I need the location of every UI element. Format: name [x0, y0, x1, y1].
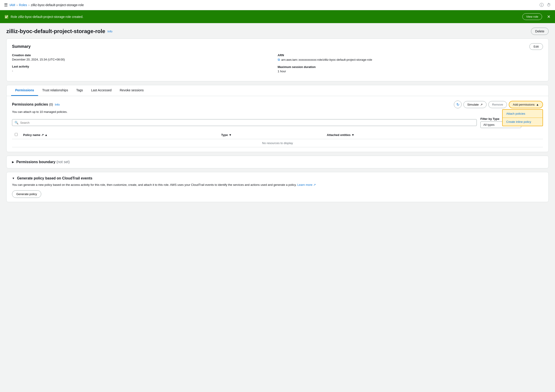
view-role-button[interactable]: View role: [522, 13, 542, 20]
attached-header-label: Attached entities: [327, 133, 351, 137]
tabs-container: Permissions Trust relationships Tags Las…: [6, 85, 549, 152]
search-icon: 🔍: [15, 121, 18, 124]
last-activity-label: Last activity: [12, 65, 278, 68]
summary-card-header: Summary Edit: [12, 43, 543, 50]
simulate-label: Simulate: [467, 103, 479, 106]
top-nav: ☰ IAM › Roles › zilliz-byoc-default-proj…: [0, 0, 555, 10]
section-header: Permissions policies (0) Info ↻ Simulate…: [12, 101, 543, 108]
breadcrumb-separator-2: ›: [28, 3, 29, 7]
sort-type-icon: ▼: [229, 133, 232, 137]
th-attached-entities: Attached entities ▼: [324, 131, 543, 139]
section-actions: ↻ Simulate ↗ Remove Add permissions ▲ At…: [454, 101, 543, 108]
permissions-policies-section: Permissions policies (0) Info ↻ Simulate…: [7, 96, 548, 152]
summary-grid: Creation date December 20, 2024, 15:34 (…: [12, 53, 543, 77]
summary-title: Summary: [12, 44, 31, 49]
not-set-label: (not set): [57, 160, 70, 164]
creation-date-value: December 20, 2024, 15:34 (UTC+08:00): [12, 58, 278, 61]
tab-trust-relationships[interactable]: Trust relationships: [38, 85, 72, 96]
create-inline-policy-item[interactable]: Create inline policy: [503, 118, 542, 126]
add-permissions-wrapper: Add permissions ▲ Attach policies Create…: [509, 101, 543, 108]
banner-message: Role zilliz-byoc-default-project-storage…: [11, 15, 520, 19]
delete-button[interactable]: Delete: [531, 28, 549, 35]
tabs-bar: Permissions Trust relationships Tags Las…: [7, 85, 548, 96]
learn-more-external-icon: ↗: [313, 183, 316, 186]
add-permissions-button[interactable]: Add permissions ▲: [509, 101, 543, 108]
arn-label: ARN: [278, 53, 543, 57]
breadcrumb-separator-1: ›: [16, 3, 18, 7]
generate-collapse-icon: ▼: [12, 177, 15, 180]
last-activity-field: Last activity -: [12, 65, 278, 72]
breadcrumb-iam[interactable]: IAM: [9, 3, 15, 7]
arn-value: ⧉ arn:aws:iam::xxxxxxxxxxxx:role/zilliz-…: [278, 58, 543, 62]
success-check-icon: ✅: [5, 15, 8, 19]
breadcrumb: IAM › Roles › zilliz-byoc-default-projec…: [9, 3, 84, 7]
th-type: Type ▼: [219, 131, 324, 139]
permissions-boundary-header: ▶ Permissions boundary (not set): [12, 160, 543, 164]
attach-policies-item[interactable]: Attach policies: [503, 110, 542, 118]
edit-button[interactable]: Edit: [529, 43, 543, 50]
table-head: Policy name ↗ ▲ Type ▼: [12, 131, 543, 139]
th-attached-sort[interactable]: Attached entities ▼: [327, 133, 540, 137]
generate-policy-desc: You can generate a new policy based on t…: [12, 183, 543, 187]
creation-date-label: Creation date: [12, 53, 278, 57]
select-all-checkbox[interactable]: [15, 133, 18, 136]
table-body: No resources to display: [12, 139, 543, 147]
tab-revoke-sessions[interactable]: Revoke sessions: [116, 85, 148, 96]
type-header-label: Type: [221, 133, 228, 137]
th-policy-name-sort[interactable]: Policy name ↗ ▲: [23, 133, 216, 137]
filter-controls: 🔍 Filter by Type All types ▼ ‹ 1 › ⚙: [12, 117, 543, 128]
refresh-button[interactable]: ↻: [454, 101, 462, 108]
sort-attached-icon: ▼: [351, 133, 354, 137]
nav-icons: ⓘ ⏱: [540, 2, 551, 8]
table-header-row: Policy name ↗ ▲ Type ▼: [12, 131, 543, 139]
max-session-field: Maximum session duration 1 hour: [278, 65, 543, 73]
breadcrumb-roles[interactable]: Roles: [19, 3, 27, 7]
main-content: zilliz-byoc-default-project-storage-role…: [0, 23, 555, 392]
clock-nav-icon[interactable]: ⏱: [547, 3, 551, 7]
th-checkbox: [12, 131, 20, 139]
permissions-boundary-card[interactable]: ▶ Permissions boundary (not set): [6, 156, 549, 168]
tab-tags[interactable]: Tags: [72, 85, 87, 96]
generate-policy-title: Generate policy based on CloudTrail even…: [17, 176, 93, 180]
page-title-area: zilliz-byoc-default-project-storage-role…: [6, 28, 112, 35]
remove-button[interactable]: Remove: [488, 101, 507, 108]
learn-more-link[interactable]: Learn more ↗: [298, 183, 316, 186]
no-resources-message: No resources to display: [12, 139, 543, 147]
search-input-wrap[interactable]: 🔍: [12, 119, 477, 126]
breadcrumb-current: zilliz-byoc-default-project-storage-role: [31, 3, 84, 7]
tab-permissions[interactable]: Permissions: [11, 85, 38, 96]
th-type-sort[interactable]: Type ▼: [221, 133, 321, 137]
add-permissions-chevron-icon: ▲: [536, 103, 539, 106]
generate-policy-header: ▼ Generate policy based on CloudTrail ev…: [12, 176, 543, 180]
search-field-wrap: 🔍: [12, 119, 477, 126]
permissions-info-link[interactable]: Info: [55, 103, 60, 106]
success-banner: ✅ Role zilliz-byoc-default-project-stora…: [0, 10, 555, 23]
external-link-icon: ↗: [480, 103, 483, 106]
page-title: zilliz-byoc-default-project-storage-role: [6, 28, 105, 35]
permissions-policies-title: Permissions policies (0): [12, 102, 53, 107]
section-title-group: Permissions policies (0) Info: [12, 102, 60, 107]
arn-text: arn:aws:iam::xxxxxxxxxxxx:role/zilliz-by…: [281, 58, 372, 61]
last-activity-value: -: [12, 69, 278, 72]
expand-icon: ▶: [12, 160, 14, 164]
policy-name-header-label: Policy name: [23, 133, 40, 137]
simulate-button[interactable]: Simulate ↗: [463, 101, 487, 108]
info-link[interactable]: Info: [108, 30, 112, 33]
copy-icon[interactable]: ⧉: [278, 58, 280, 62]
summary-left: Creation date December 20, 2024, 15:34 (…: [12, 53, 278, 77]
summary-card: Summary Edit Creation date December 20, …: [6, 38, 549, 81]
generate-policy-card: ▼ Generate policy based on CloudTrail ev…: [6, 172, 549, 202]
permissions-boundary-title: Permissions boundary (not set): [16, 160, 70, 164]
info-nav-icon[interactable]: ⓘ: [540, 2, 544, 8]
creation-date-field: Creation date December 20, 2024, 15:34 (…: [12, 53, 278, 61]
type-select-value: All types: [483, 123, 495, 126]
hamburger-icon[interactable]: ☰: [4, 2, 8, 7]
search-input[interactable]: [20, 121, 474, 124]
generate-policy-button[interactable]: Generate policy: [12, 190, 41, 198]
section-subtitle: You can attach up to 10 managed policies…: [12, 110, 543, 114]
page-header: zilliz-byoc-default-project-storage-role…: [6, 28, 549, 35]
tab-last-accessed[interactable]: Last Accessed: [87, 85, 116, 96]
sort-asc-icon: ▲: [45, 133, 48, 137]
add-permissions-label: Add permissions: [513, 103, 535, 106]
banner-close-icon[interactable]: ✕: [547, 14, 550, 19]
